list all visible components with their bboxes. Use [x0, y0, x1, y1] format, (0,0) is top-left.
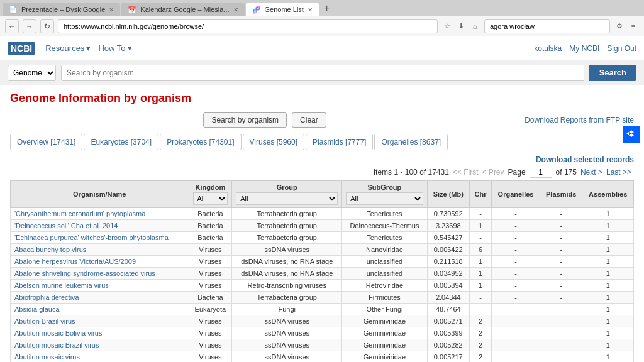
organism-link[interactable]: 'Deinococcus soli' Cha et al. 2014	[14, 222, 118, 229]
tab-google-drive[interactable]: 📄 Prezentacje – Dysk Google ✕	[3, 3, 120, 16]
cell-organism: Abaca bunchy top virus	[11, 244, 189, 256]
cell-size: 0.005282	[427, 339, 469, 351]
forward-button[interactable]: →	[23, 19, 36, 33]
cell-organism: Abelson murine leukemia virus	[11, 280, 189, 292]
group-filter[interactable]: All	[236, 192, 338, 205]
tab-genome-list[interactable]: 🧬 Genome List ✕	[246, 3, 319, 16]
url-input[interactable]	[58, 19, 438, 33]
tab-google-calendar[interactable]: 📅 Kalendarz Google – Miesia... ✕	[121, 3, 244, 16]
menu-icon[interactable]: ≡	[628, 21, 639, 32]
cell-plasmids: -	[540, 256, 582, 268]
cell-size: 0.005894	[427, 280, 469, 292]
th-organism: Organism/Name	[11, 181, 189, 208]
cell-group: Terrabacteria group	[232, 232, 342, 244]
next-page-link[interactable]: Next >	[580, 168, 602, 177]
first-page-link[interactable]: << First	[453, 168, 479, 177]
organism-link[interactable]: Abiotrophia defectiva	[14, 293, 79, 301]
organism-link[interactable]: Abutilon mosaic Brazil virus	[14, 341, 99, 349]
cell-chr: -	[469, 292, 491, 304]
cell-subgroup: Other Fungi	[342, 304, 427, 315]
new-tab-button[interactable]: +	[320, 3, 333, 14]
cell-organelles: -	[492, 327, 540, 339]
dropbox-icon[interactable]	[623, 126, 640, 143]
cell-chr: -	[469, 208, 491, 220]
cell-organelles: -	[492, 315, 540, 327]
cell-chr: 2	[469, 339, 491, 351]
cell-group: ssDNA viruses	[232, 244, 342, 256]
organism-link[interactable]: Absidia glauca	[14, 305, 60, 313]
username-link[interactable]: kotulska	[534, 44, 562, 53]
organism-link[interactable]: Abutilon Brazil virus	[14, 317, 75, 325]
of-label: of 175	[556, 168, 577, 177]
cell-subgroup: Geminiviridae	[342, 339, 427, 351]
cell-size: 0.006422	[427, 244, 469, 256]
howto-link[interactable]: How To ▾	[98, 43, 131, 53]
cell-organelles: -	[492, 256, 540, 268]
search-by-organism-button[interactable]: Search by organism	[203, 112, 287, 128]
sign-out-link[interactable]: Sign Out	[607, 44, 636, 53]
cell-plasmids: -	[540, 304, 582, 315]
tab-viruses[interactable]: Viruses [5960]	[243, 134, 305, 150]
tab-plasmids[interactable]: Plasmids [7777]	[306, 134, 373, 150]
last-page-link[interactable]: Last >>	[606, 168, 631, 177]
back-button[interactable]: ←	[5, 19, 19, 33]
reload-button[interactable]: ↻	[40, 19, 54, 33]
cell-subgroup: Geminiviridae	[342, 327, 427, 339]
download-selected-link[interactable]: Download selected records	[536, 155, 634, 164]
cell-group: dsDNA viruses, no RNA stage	[232, 256, 342, 268]
cell-kingdom: Viruses	[189, 244, 232, 256]
tab-close-calendar[interactable]: ✕	[233, 6, 238, 13]
resources-chevron: ▾	[86, 43, 91, 53]
cell-size: 2.04344	[427, 292, 469, 304]
cell-assemblies: 1	[582, 244, 634, 256]
cell-organism: Abalone shriveling syndrome-associated v…	[11, 268, 189, 280]
page-number-input[interactable]	[530, 167, 552, 178]
kingdom-filter[interactable]: All	[193, 192, 228, 205]
download-icon[interactable]: ⬇	[455, 21, 467, 32]
resources-label: Resources	[45, 43, 84, 53]
organism-link[interactable]: Abutilon mosaic virus	[14, 353, 80, 361]
organism-link[interactable]: Abalone shriveling syndrome-associated v…	[14, 270, 155, 277]
clear-button[interactable]: Clear	[292, 112, 326, 128]
organism-link[interactable]: 'Chrysanthemum coronarium' phytoplasma	[14, 210, 145, 217]
tab-eukaryotes[interactable]: Eukaryotes [3704]	[84, 134, 158, 150]
organism-link[interactable]: Abutilon mosaic Bolivia virus	[14, 329, 102, 337]
cell-subgroup: unclassified	[342, 256, 427, 268]
cell-subgroup: Retroviridae	[342, 280, 427, 292]
database-select[interactable]: Genome	[8, 65, 56, 81]
cell-chr: 1	[469, 220, 491, 232]
search-input[interactable]	[61, 65, 584, 81]
cell-chr: -	[469, 304, 491, 315]
organism-link[interactable]: Abaca bunchy top virus	[14, 246, 86, 253]
tab-organelles[interactable]: Organelles [8637]	[374, 134, 448, 150]
browser-search-input[interactable]	[484, 19, 610, 33]
cell-organelles: -	[492, 304, 540, 315]
cell-group: Terrabacteria group	[232, 220, 342, 232]
search-button[interactable]: Search	[589, 65, 636, 81]
tab-close-genome[interactable]: ✕	[308, 6, 313, 13]
cell-assemblies: 1	[582, 280, 634, 292]
cell-organelles: -	[492, 292, 540, 304]
table-row: Abiotrophia defectiva Bacteria Terrabact…	[11, 292, 634, 304]
resources-link[interactable]: Resources ▾	[45, 43, 91, 53]
ftp-download-link[interactable]: Download Reports from FTP site	[525, 116, 634, 124]
organism-link[interactable]: Abalone herpesvirus Victoria/AUS/2009	[14, 258, 136, 265]
organism-link[interactable]: Abelson murine leukemia virus	[14, 282, 109, 289]
tab-label-calendar: Kalendarz Google – Miesia...	[140, 6, 229, 13]
cell-assemblies: 1	[582, 220, 634, 232]
search-bar: Genome Search	[0, 60, 644, 85]
tab-overview[interactable]: Overview [17431]	[10, 134, 82, 150]
cell-organism: 'Echinacea purpurea' witches'-broom phyt…	[11, 232, 189, 244]
cell-plasmids: -	[540, 220, 582, 232]
th-plasmids: Plasmids	[540, 181, 582, 208]
tab-close-drive[interactable]: ✕	[109, 6, 114, 13]
organism-link[interactable]: 'Echinacea purpurea' witches'-broom phyt…	[14, 234, 169, 241]
bookmark-icon[interactable]: ☆	[441, 21, 453, 32]
tab-favicon-calendar: 📅	[128, 6, 136, 14]
prev-page-link[interactable]: < Prev	[482, 168, 504, 177]
settings-icon[interactable]: ⚙	[614, 21, 625, 32]
subgroup-filter[interactable]: All	[346, 192, 423, 205]
home-icon[interactable]: ⌂	[469, 21, 480, 32]
my-ncbi-link[interactable]: My NCBI	[569, 44, 599, 53]
tab-prokaryotes[interactable]: Prokaryotes [74301]	[160, 134, 241, 150]
